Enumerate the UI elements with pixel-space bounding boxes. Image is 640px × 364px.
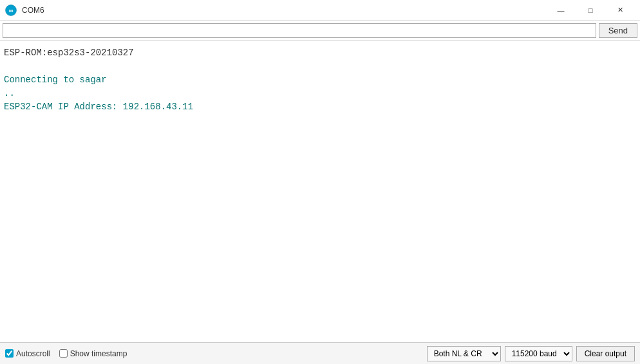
- arduino-logo: ∞: [5, 5, 17, 16]
- autoscroll-label[interactable]: Autoscroll: [16, 349, 50, 358]
- serial-line: [4, 60, 636, 73]
- window-title: COM6: [22, 6, 546, 15]
- baud-rate-select[interactable]: 3001200240048009600192003840057600748801…: [505, 346, 572, 361]
- serial-output: ESP-ROM:esp32s3-20210327 Connecting to s…: [0, 41, 640, 342]
- serial-line: Connecting to sagar: [4, 73, 636, 87]
- svg-text:∞: ∞: [8, 7, 13, 14]
- timestamp-label[interactable]: Show timestamp: [70, 349, 127, 358]
- statusbar-right: No line endingNewlineCarriage returnBoth…: [427, 346, 635, 361]
- clear-output-button[interactable]: Clear output: [576, 346, 635, 361]
- close-button[interactable]: ✕: [605, 0, 635, 21]
- serial-line: ..: [4, 87, 636, 100]
- minimize-button[interactable]: —: [546, 0, 576, 21]
- send-button[interactable]: Send: [599, 23, 637, 38]
- timestamp-checkbox[interactable]: [59, 349, 68, 358]
- titlebar: ∞ COM6 — □ ✕: [0, 0, 640, 21]
- statusbar: Autoscroll Show timestamp No line ending…: [0, 342, 640, 364]
- serial-line: ESP-ROM:esp32s3-20210327: [4, 46, 636, 60]
- serial-input[interactable]: [3, 23, 596, 38]
- serial-line: ESP32-CAM IP Address: 192.168.43.11: [4, 100, 636, 114]
- autoscroll-checkbox[interactable]: [5, 349, 14, 358]
- line-ending-select[interactable]: No line endingNewlineCarriage returnBoth…: [427, 346, 501, 361]
- maximize-button[interactable]: □: [576, 0, 605, 21]
- window-controls: — □ ✕: [546, 0, 635, 21]
- input-bar: Send: [0, 21, 640, 41]
